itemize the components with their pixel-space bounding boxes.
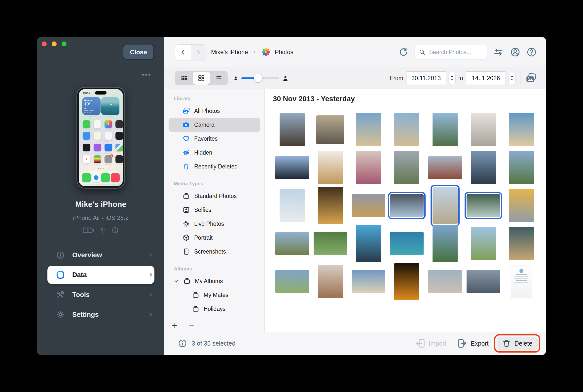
- sidebar-item-label: Settings: [72, 311, 141, 318]
- photo-thumbnail-modern-architecture[interactable]: [279, 189, 305, 222]
- add-album-button[interactable]: [171, 322, 178, 329]
- forward-button[interactable]: [191, 45, 206, 60]
- photo-thumbnail-green-valley[interactable]: [433, 225, 458, 262]
- sidebar-item-standard-photos[interactable]: Standard Photos: [169, 189, 260, 203]
- photo-thumbnail-cathedral-square[interactable]: [432, 186, 458, 225]
- minimize-window-button[interactable]: [52, 42, 57, 46]
- photo-thumbnail-hill-with-tree[interactable]: [314, 232, 347, 255]
- view-list-button[interactable]: [210, 72, 227, 84]
- import-button[interactable]: Import: [415, 338, 446, 348]
- page-dots: [79, 168, 123, 169]
- photo-thumbnail-couple-beach-selfie[interactable]: [509, 113, 534, 146]
- phone-clock: 09:41: [83, 91, 90, 94]
- photos-stack-icon: [182, 107, 190, 114]
- photo-thumbnail-green-hills[interactable]: [509, 151, 534, 184]
- sidebar-item-hidden[interactable]: Hidden: [169, 146, 260, 160]
- sidebar-item-live-photos[interactable]: Live Photos: [169, 217, 260, 231]
- close-window-button[interactable]: [42, 42, 47, 46]
- sidebar-item-my-albums[interactable]: My Albums: [169, 274, 260, 288]
- sidebar-item-portrait[interactable]: Portrait: [169, 231, 260, 245]
- photo-thumbnail-balloon-couple[interactable]: [356, 151, 381, 184]
- sidebar-item-label: Recently Deleted: [194, 163, 238, 170]
- person-frame-icon: [182, 206, 190, 214]
- photo-thumbnail-lake-under-trees[interactable]: [466, 193, 501, 218]
- photo-wall-icon[interactable]: [525, 72, 537, 84]
- transfer-icon[interactable]: [493, 47, 504, 57]
- sidebar-item-recently-deleted[interactable]: Recently Deleted: [169, 160, 260, 174]
- account-icon[interactable]: [510, 47, 520, 57]
- photo-thumbnail-bicycle-doorway[interactable]: [509, 189, 534, 222]
- photo-thumbnail-sun-closeup[interactable]: [394, 263, 419, 300]
- close-button[interactable]: Close: [123, 45, 154, 60]
- view-dense-grid-button[interactable]: [176, 72, 193, 84]
- export-icon: [457, 338, 467, 348]
- more-options-icon[interactable]: •••: [142, 71, 151, 79]
- photo-thumbnail-sunset-through-trees[interactable]: [279, 113, 305, 146]
- photo-thumbnail-palm-trees[interactable]: [471, 151, 496, 184]
- sidebar-item-tools[interactable]: Tools: [48, 286, 154, 304]
- photo-thumbnail-mountain-valley[interactable]: [275, 232, 309, 255]
- sidebar-item-camera[interactable]: Camera: [169, 118, 260, 132]
- app-icon-reminders: Reminders: [103, 132, 114, 142]
- photo-thumbnail-park-monument[interactable]: [433, 113, 458, 146]
- from-date-field[interactable]: 30.11.2013: [406, 72, 446, 85]
- photo-thumbnail-train-interior[interactable]: [389, 193, 424, 218]
- to-date-stepper[interactable]: [509, 72, 515, 85]
- photo-thumbnail-sunset-field[interactable]: [352, 194, 385, 217]
- chevron-right-icon: [148, 272, 153, 278]
- search-input[interactable]: [429, 49, 483, 56]
- photo-thumbnail-beach-promenade[interactable]: [428, 270, 462, 293]
- sidebar-item-holidays[interactable]: Holidays: [169, 302, 260, 316]
- zoom-slider[interactable]: [241, 74, 279, 82]
- photo-thumbnail-surfer[interactable]: [390, 232, 424, 255]
- view-large-grid-button[interactable]: [193, 72, 210, 84]
- info-icon[interactable]: [112, 226, 119, 234]
- photo-thumbnail-beach-waves[interactable]: [394, 113, 419, 146]
- selection-info-icon[interactable]: [178, 339, 187, 348]
- breadcrumb-device[interactable]: Mike's iPhone: [211, 49, 248, 56]
- trash-icon: [502, 339, 511, 348]
- app-icon-mail: Mail: [81, 132, 92, 142]
- export-button[interactable]: Export: [457, 338, 488, 348]
- sidebar-item-my-mates[interactable]: My Mates: [169, 288, 260, 302]
- zoom-window-button[interactable]: [62, 42, 67, 46]
- photo-thumbnail-kitchen-snack[interactable]: [471, 113, 496, 146]
- photo-thumbnail-cat-in-box[interactable]: [318, 151, 343, 184]
- sidebar-item-favorites[interactable]: Favorites: [169, 132, 260, 146]
- photo-thumbnail-watch-on-wrist[interactable]: [318, 265, 343, 298]
- photo-thumbnail-mountain-ridge[interactable]: [275, 270, 309, 293]
- sidebar-item-screenshots[interactable]: Screenshots: [169, 245, 260, 258]
- sidebar-item-data[interactable]: Data: [48, 266, 154, 284]
- sidebar-item-all-photos[interactable]: All Photos: [169, 104, 260, 118]
- photo-thumbnail-beach-shore[interactable]: [352, 270, 385, 293]
- sidebar-item-settings[interactable]: Settings: [48, 306, 154, 324]
- photo-thumbnail-parcel-in-hand[interactable]: [509, 227, 534, 260]
- sidebar-item-label: Overview: [72, 251, 141, 259]
- photo-thumbnail-golden-corridor[interactable]: [318, 187, 343, 224]
- sidebar-item-selfies[interactable]: Selfies: [169, 203, 260, 217]
- back-button[interactable]: [175, 45, 191, 60]
- photo-thumbnail-wave-pool[interactable]: [356, 225, 381, 262]
- photo-thumbnail-city-street-car[interactable]: [316, 115, 344, 144]
- photo-thumbnail-rodeo-banner-cyclist[interactable]: [428, 156, 462, 179]
- from-date-stepper[interactable]: [449, 72, 455, 85]
- refresh-icon[interactable]: [398, 47, 409, 57]
- sidebar-item-label: Hidden: [194, 149, 212, 156]
- photo-thumbnail-car-dashboard[interactable]: [275, 156, 309, 179]
- photo-thumbnail-beach-selfie[interactable]: [356, 113, 381, 146]
- search-box[interactable]: [415, 45, 487, 59]
- photo-thumbnail-cyclist-meadow[interactable]: [394, 151, 419, 184]
- import-label: Import: [429, 340, 446, 347]
- help-icon[interactable]: [526, 47, 537, 57]
- sidebar-item-label: Favorites: [194, 136, 218, 142]
- slider-thumb[interactable]: [254, 74, 262, 82]
- delete-button[interactable]: Delete: [497, 337, 538, 350]
- photo-thumbnail-meadow-hiker[interactable]: [471, 227, 496, 260]
- to-date-field[interactable]: 14. 1.2026: [466, 72, 506, 85]
- sidebar-item-overview[interactable]: Overview: [48, 246, 154, 264]
- device-name: Mike's iPhone: [37, 200, 164, 209]
- photo-thumbnail-pier-sunlight[interactable]: [467, 270, 500, 293]
- thumbnail-size-control: [233, 67, 289, 89]
- photo-thumbnail-contact-card-screenshot[interactable]: [511, 265, 532, 298]
- remove-album-button[interactable]: [188, 322, 195, 329]
